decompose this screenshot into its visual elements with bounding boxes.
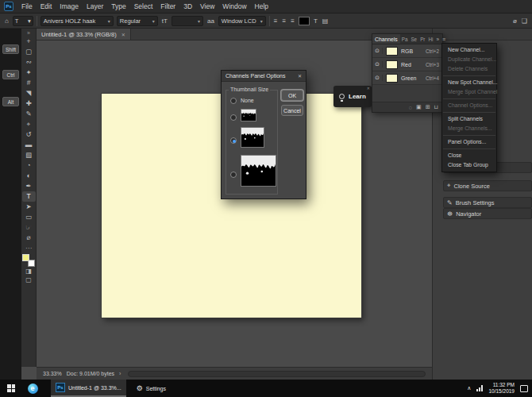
zoom-tool[interactable]: ⌀ [22, 233, 36, 243]
blur-tool[interactable]: ◔ [22, 160, 36, 171]
clone-stamp-tool[interactable]: ⌖ [22, 119, 36, 129]
anti-alias-select[interactable]: Window LCD ▾ [218, 16, 266, 26]
clock[interactable]: 11:32 PM 10/15/2019 [488, 382, 515, 395]
menu-3d[interactable]: 3D [179, 0, 196, 13]
ok-button[interactable]: OK [281, 90, 303, 101]
load-channel-selection-icon[interactable]: ◌ [409, 105, 412, 110]
rectangle-tool[interactable]: ▭ [22, 212, 36, 222]
menu-file[interactable]: File [17, 0, 37, 13]
home-icon[interactable]: ⌂ [4, 17, 10, 25]
marquee-tool[interactable]: ▢ [22, 47, 36, 57]
tab-se[interactable]: Se [409, 34, 418, 44]
eyedropper-tool[interactable]: ◥ [22, 88, 36, 98]
hand-tool[interactable]: ☞ [22, 222, 36, 233]
channel-row-green[interactable]: ⊙ Green Ctrl+4 [372, 71, 442, 85]
menu-edit[interactable]: Edit [37, 0, 56, 13]
status-menu-arrow-icon[interactable]: › [119, 371, 121, 376]
search-icon[interactable]: ⌀ [512, 17, 518, 25]
edge-browser-button[interactable]: e [22, 380, 43, 397]
menu-view[interactable]: View [196, 0, 218, 13]
font-family-select[interactable]: Anivers HOLZ haak ▾ [40, 16, 114, 26]
radio-thumbnail-large[interactable] [230, 172, 237, 178]
radio-thumbnail-none[interactable] [230, 98, 237, 104]
delete-channel-icon[interactable]: ⊔ [434, 104, 438, 110]
edit-toolbar-icon[interactable]: ⋯ [25, 245, 32, 252]
photoshop-taskbar-button[interactable]: Ps Untitled-1 @ 33.3%... [51, 380, 126, 397]
action-center-icon[interactable] [520, 385, 528, 392]
lasso-tool[interactable]: ∾ [22, 57, 36, 67]
save-selection-as-channel-icon[interactable]: ▣ [416, 104, 422, 110]
tab-channels[interactable]: Channels [372, 34, 400, 44]
align-left-icon[interactable]: ≡ [273, 17, 279, 25]
menu-type[interactable]: Type [107, 0, 129, 13]
healing-brush-tool[interactable]: ✚ [22, 98, 36, 109]
menu-layer[interactable]: Layer [83, 0, 107, 13]
radio-none-label[interactable]: None [241, 98, 254, 103]
type-tool[interactable]: T [22, 191, 36, 202]
ctrl-key-button[interactable]: Ctrl [2, 70, 19, 79]
expand-toolbar-icon[interactable]: » [27, 29, 30, 37]
clone-source-panel-button[interactable]: ⌖ Clone Source [443, 180, 532, 191]
tool-preset-picker[interactable]: T ▾ [13, 16, 33, 26]
network-icon[interactable] [476, 385, 483, 391]
toggle-panels-icon[interactable]: ▤ [322, 17, 330, 25]
shift-key-button[interactable]: Shift [2, 44, 19, 54]
eraser-tool[interactable]: ▬ [22, 140, 36, 150]
tray-chevron-icon[interactable]: ∧ [467, 385, 471, 391]
document-tab[interactable]: Untitled-1 @ 33.3% (RGB/8) ✕ [37, 29, 131, 40]
menu-item-split-channels[interactable]: Split Channels [442, 114, 496, 124]
foreground-color-swatch[interactable] [22, 254, 29, 261]
dialog-titlebar[interactable]: Channels Panel Options ✕ [222, 71, 306, 82]
close-icon[interactable]: ✕ [298, 73, 302, 79]
move-tool[interactable]: + [22, 37, 36, 47]
new-channel-icon[interactable]: ⊞ [426, 104, 430, 110]
close-icon[interactable]: ✕ [367, 86, 370, 91]
channel-row-red[interactable]: ⊙ Red Ctrl+3 [372, 58, 442, 71]
thumbnail-preview-large[interactable] [241, 155, 276, 187]
menu-filter[interactable]: Filter [156, 0, 179, 13]
alt-key-button[interactable]: Alt [2, 97, 19, 106]
dodge-tool[interactable]: ◐ [22, 171, 36, 181]
eye-icon[interactable]: ⊙ [372, 75, 383, 81]
menu-window[interactable]: Window [218, 0, 250, 13]
gradient-tool[interactable]: ▧ [22, 150, 36, 160]
navigator-panel-button[interactable]: ☸ Navigator [443, 208, 532, 219]
menu-select[interactable]: Select [130, 0, 157, 13]
menu-item-panel-options[interactable]: Panel Options... [442, 137, 496, 147]
path-selection-tool[interactable]: ➤ [22, 202, 36, 212]
settings-taskbar-button[interactable]: ⚙ Settings [130, 380, 172, 397]
cancel-button[interactable]: Cancel [281, 105, 303, 116]
menu-help[interactable]: Help [251, 0, 272, 13]
collapse-panel-icon[interactable]: » [434, 34, 441, 44]
workspace-switcher-icon[interactable]: ❏ [521, 17, 528, 25]
crop-tool[interactable]: # [22, 78, 36, 88]
text-color-swatch[interactable] [299, 17, 310, 25]
screen-mode-icon[interactable]: ▢ [25, 276, 32, 284]
menu-item-close-tab-group[interactable]: Close Tab Group [442, 160, 496, 170]
radio-thumbnail-medium[interactable] [230, 137, 237, 144]
align-right-icon[interactable]: ≡ [290, 17, 295, 25]
quick-selection-tool[interactable]: ✦ [22, 67, 36, 78]
menu-image[interactable]: Image [56, 0, 83, 13]
tab-properties[interactable]: Pr [418, 34, 426, 44]
warp-text-icon[interactable]: T [313, 17, 318, 25]
channel-row-rgb[interactable]: ⊙ RGB Ctrl+2 [372, 44, 442, 58]
tab-paths[interactable]: Pa [400, 34, 410, 44]
brush-settings-panel-button[interactable]: ✎ Brush Settings [443, 197, 532, 208]
thumbnail-preview-small[interactable] [241, 109, 256, 121]
font-style-select[interactable]: Regular ▾ [117, 16, 158, 26]
radio-thumbnail-small[interactable] [230, 114, 237, 121]
menu-item-new-spot-channel[interactable]: New Spot Channel... [442, 78, 496, 87]
thumbnail-preview-medium[interactable] [241, 127, 264, 148]
pen-tool[interactable]: ✒ [22, 181, 36, 191]
align-center-icon[interactable]: ≡ [282, 17, 287, 25]
eye-icon[interactable]: ⊙ [372, 61, 383, 67]
history-brush-tool[interactable]: ↺ [22, 129, 36, 140]
eye-icon[interactable]: ⊙ [372, 48, 383, 54]
tab-history[interactable]: Hi [426, 34, 434, 44]
close-icon[interactable]: ✕ [121, 32, 125, 37]
menu-item-close[interactable]: Close [442, 151, 496, 160]
brush-tool[interactable]: ✎ [22, 109, 36, 119]
learn-panel-button[interactable]: Learn ✕ [333, 86, 372, 107]
font-size-select[interactable]: ▾ [172, 16, 203, 26]
